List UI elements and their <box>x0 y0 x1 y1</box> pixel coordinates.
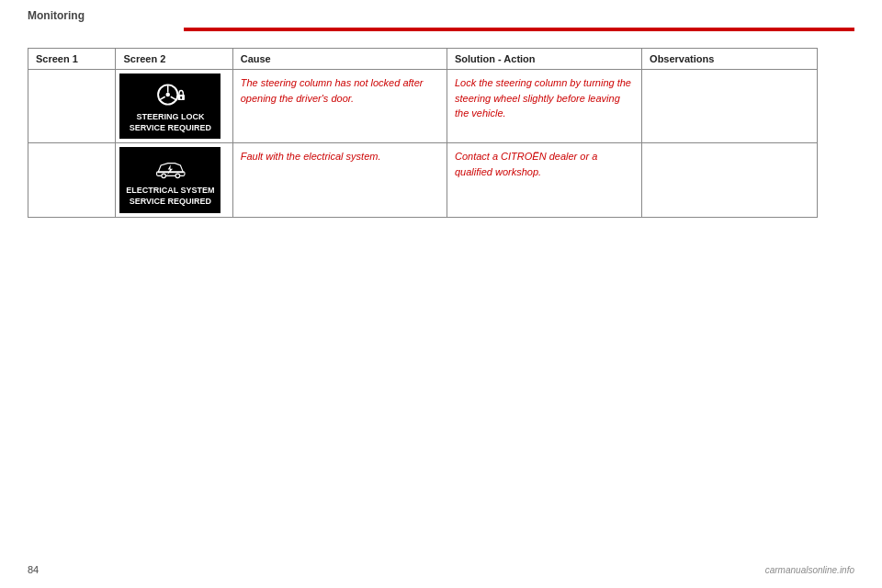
row1-cause: The steering column has not locked after… <box>232 70 447 143</box>
row2-observations <box>642 143 818 217</box>
col-header-screen1: Screen 1 <box>28 49 116 70</box>
steering-lock-icon <box>152 81 188 108</box>
col-header-solution: Solution - Action <box>447 49 641 70</box>
row1-screen2: STEERING LOCK SERVICE REQUIRED <box>116 70 232 143</box>
col-header-observations: Observations <box>642 49 818 70</box>
steering-lock-warning: STEERING LOCK SERVICE REQUIRED <box>119 74 220 139</box>
footer-logo: carmanualsonline.info <box>765 565 854 575</box>
steering-lock-line1: STEERING LOCK <box>125 112 215 123</box>
svg-rect-7 <box>181 97 182 99</box>
svg-point-1 <box>166 93 171 97</box>
row2-cause-text: Fault with the electrical system. <box>241 151 381 162</box>
electrical-system-warning: ELECTRICAL SYSTEM SERVICE REQUIRED <box>119 147 220 212</box>
page-title: Monitoring <box>28 9 85 22</box>
svg-point-10 <box>176 174 181 178</box>
row2-screen2: ELECTRICAL SYSTEM SERVICE REQUIRED <box>116 143 232 217</box>
row1-cause-text: The steering column has not locked after… <box>241 77 424 104</box>
content-area: Screen 1 Screen 2 Cause Solution - Actio… <box>0 31 882 227</box>
elec-line2: SERVICE REQUIRED <box>125 197 215 208</box>
row2-screen1 <box>28 143 116 217</box>
row1-observations <box>642 70 818 143</box>
table-row: ELECTRICAL SYSTEM SERVICE REQUIRED Fault… <box>28 143 818 217</box>
main-table: Screen 1 Screen 2 Cause Solution - Actio… <box>28 48 818 218</box>
row1-solution: Lock the steering column by turning the … <box>447 70 641 143</box>
table-row: STEERING LOCK SERVICE REQUIRED The steer… <box>28 70 818 143</box>
row2-solution: Contact a CITROËN dealer or a qualified … <box>447 143 641 217</box>
col-header-screen2: Screen 2 <box>116 49 232 70</box>
row1-solution-text: Lock the steering column by turning the … <box>455 77 631 119</box>
col-header-cause: Cause <box>232 49 447 70</box>
electrical-system-icon <box>152 154 188 182</box>
row1-screen1 <box>28 70 116 143</box>
row2-cause: Fault with the electrical system. <box>232 143 447 217</box>
elec-line1: ELECTRICAL SYSTEM <box>125 186 215 197</box>
steering-lock-line2: SERVICE REQUIRED <box>125 123 215 134</box>
svg-point-9 <box>162 174 166 178</box>
row2-solution-text: Contact a CITROËN dealer or a qualified … <box>455 151 597 177</box>
page-number: 84 <box>28 564 39 575</box>
